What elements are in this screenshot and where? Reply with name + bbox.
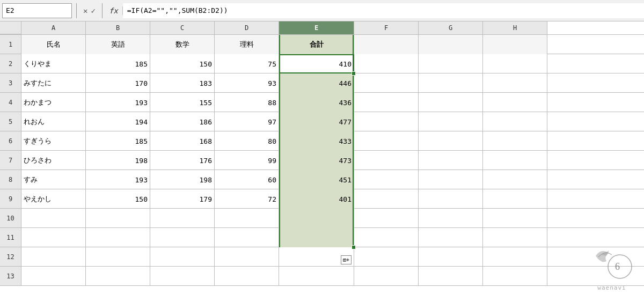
cell-g5[interactable] — [419, 112, 483, 131]
cell-b13[interactable] — [86, 267, 150, 286]
cell-f12[interactable] — [354, 247, 419, 267]
cell-a8[interactable]: すみ — [21, 170, 86, 189]
fill-handle[interactable] — [352, 245, 356, 249]
row-header-9[interactable]: 9 — [0, 189, 21, 208]
cell-h9[interactable] — [483, 189, 547, 209]
cell-f6[interactable] — [354, 131, 419, 151]
cell-f3[interactable] — [354, 73, 419, 93]
cell-d3[interactable]: 93 — [215, 73, 279, 93]
cell-c6[interactable]: 168 — [150, 131, 215, 151]
cell-c9[interactable]: 179 — [150, 189, 215, 209]
cell-b1[interactable]: 英語 — [86, 35, 150, 54]
cell-c2[interactable]: 150 — [150, 54, 215, 73]
cell-g13[interactable] — [419, 267, 483, 286]
cell-c4[interactable]: 155 — [150, 93, 215, 112]
cell-h1[interactable] — [483, 35, 547, 54]
cell-f11[interactable] — [354, 228, 419, 247]
cell-f4[interactable] — [354, 93, 419, 112]
cell-e4[interactable]: 436 — [279, 93, 354, 112]
cell-d1[interactable]: 理料 — [215, 35, 279, 54]
cell-f8[interactable] — [354, 170, 419, 189]
cell-h8[interactable] — [483, 170, 547, 189]
col-header-b[interactable]: B — [86, 21, 150, 34]
cell-d10[interactable] — [215, 209, 279, 228]
cell-b12[interactable] — [86, 247, 150, 267]
cell-h4[interactable] — [483, 93, 547, 112]
cell-h10[interactable] — [483, 209, 547, 228]
cell-g11[interactable] — [419, 228, 483, 247]
row-header-2[interactable]: 2 — [0, 54, 21, 73]
cell-b10[interactable] — [86, 209, 150, 228]
row-header-12[interactable]: 12 — [0, 247, 21, 266]
cancel-icon[interactable]: ✕ — [83, 6, 87, 15]
row-header-5[interactable]: 5 — [0, 112, 21, 131]
cell-f10[interactable] — [354, 209, 419, 228]
cell-e1[interactable]: 合計 — [279, 35, 354, 54]
paste-options-icon[interactable]: ⊞+ — [341, 255, 352, 264]
cell-c13[interactable] — [150, 267, 215, 286]
cell-f13[interactable] — [354, 267, 419, 286]
cell-d6[interactable]: 80 — [215, 131, 279, 151]
cell-c3[interactable]: 183 — [150, 73, 215, 93]
cell-c10[interactable] — [150, 209, 215, 228]
col-header-f[interactable]: F — [354, 21, 419, 34]
col-header-e[interactable]: E — [279, 21, 354, 34]
cell-h12[interactable] — [483, 247, 547, 267]
cell-g1[interactable] — [419, 35, 483, 54]
row-header-6[interactable]: 6 — [0, 131, 21, 150]
cell-f1[interactable] — [354, 35, 419, 54]
cell-a5[interactable]: れおん — [21, 112, 86, 131]
cell-g3[interactable] — [419, 73, 483, 93]
cell-g6[interactable] — [419, 131, 483, 151]
cell-c1[interactable]: 数学 — [150, 35, 215, 54]
cell-g4[interactable] — [419, 93, 483, 112]
formula-input[interactable] — [123, 3, 644, 18]
cell-c8[interactable]: 198 — [150, 170, 215, 189]
cell-d13[interactable] — [215, 267, 279, 286]
cell-a13[interactable] — [21, 267, 86, 286]
cell-h6[interactable] — [483, 131, 547, 151]
cell-b11[interactable] — [86, 228, 150, 247]
cell-a9[interactable]: やえかし — [21, 189, 86, 209]
cell-b2[interactable]: 185 — [86, 54, 150, 73]
cell-f5[interactable] — [354, 112, 419, 131]
cell-e9[interactable]: 401 — [279, 189, 354, 209]
cell-d5[interactable]: 97 — [215, 112, 279, 131]
cell-e11[interactable] — [279, 228, 354, 247]
row-header-8[interactable]: 8 — [0, 170, 21, 189]
cell-b3[interactable]: 170 — [86, 73, 150, 93]
cell-d4[interactable]: 88 — [215, 93, 279, 112]
cell-g7[interactable] — [419, 151, 483, 170]
cell-f2[interactable] — [354, 54, 419, 73]
cell-d2[interactable]: 75 — [215, 54, 279, 73]
row-header-13[interactable]: 13 — [0, 267, 21, 285]
cell-h7[interactable] — [483, 151, 547, 170]
cell-d11[interactable] — [215, 228, 279, 247]
cell-e7[interactable]: 473 — [279, 151, 354, 170]
cell-e8[interactable]: 451 — [279, 170, 354, 189]
cell-b7[interactable]: 198 — [86, 151, 150, 170]
cell-g10[interactable] — [419, 209, 483, 228]
cell-g9[interactable] — [419, 189, 483, 209]
cell-d9[interactable]: 72 — [215, 189, 279, 209]
col-header-a[interactable]: A — [21, 21, 86, 34]
cell-c11[interactable] — [150, 228, 215, 247]
cell-f7[interactable] — [354, 151, 419, 170]
cell-g2[interactable] — [419, 54, 483, 73]
cell-e5[interactable]: 477 — [279, 112, 354, 131]
cell-h11[interactable] — [483, 228, 547, 247]
cell-h3[interactable] — [483, 73, 547, 93]
cell-h2[interactable] — [483, 54, 547, 73]
cell-b4[interactable]: 193 — [86, 93, 150, 112]
cell-d7[interactable]: 99 — [215, 151, 279, 170]
cell-a6[interactable]: すぎうら — [21, 131, 86, 151]
cell-b9[interactable]: 150 — [86, 189, 150, 209]
cell-a3[interactable]: みすたに — [21, 73, 86, 93]
cell-e12[interactable]: ⊞+ — [279, 247, 354, 267]
col-header-h[interactable]: H — [483, 21, 547, 34]
confirm-icon[interactable]: ✓ — [91, 6, 95, 15]
cell-a10[interactable] — [21, 209, 86, 228]
cell-e6[interactable]: 433 — [279, 131, 354, 151]
cell-e2[interactable]: 410 — [279, 54, 354, 73]
cell-e10[interactable] — [279, 209, 354, 228]
